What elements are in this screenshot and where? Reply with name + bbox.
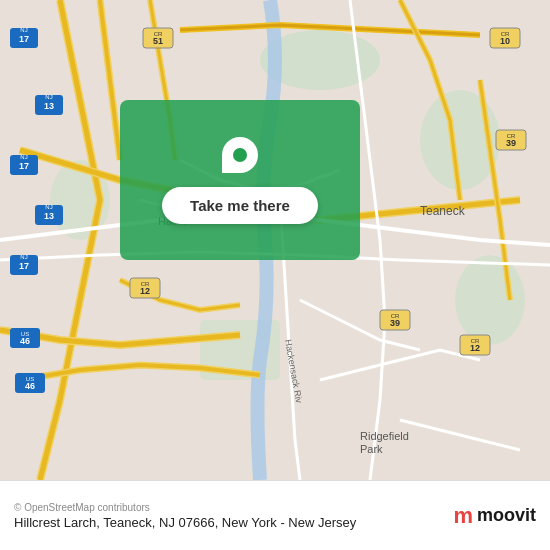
svg-text:46: 46 xyxy=(20,336,30,346)
bottom-info: © OpenStreetMap contributors Hillcrest L… xyxy=(14,502,356,530)
svg-text:12: 12 xyxy=(140,286,150,296)
copyright-text: © OpenStreetMap contributors xyxy=(14,502,356,513)
map-container: 17 NJ 17 NJ CR 51 CR 10 13 NJ 17 NJ CR 1… xyxy=(0,0,550,480)
location-pin-wrapper xyxy=(215,129,266,180)
svg-text:39: 39 xyxy=(390,318,400,328)
map-overlay: Take me there xyxy=(120,100,360,260)
svg-text:10: 10 xyxy=(500,36,510,46)
svg-text:Park: Park xyxy=(360,443,383,455)
svg-text:NJ: NJ xyxy=(45,204,52,210)
bottom-bar: © OpenStreetMap contributors Hillcrest L… xyxy=(0,480,550,550)
svg-text:NJ: NJ xyxy=(20,27,27,33)
svg-text:NJ: NJ xyxy=(45,94,52,100)
svg-text:46: 46 xyxy=(25,381,35,391)
location-pin-icon xyxy=(222,137,258,173)
svg-text:17: 17 xyxy=(19,34,29,44)
svg-text:17: 17 xyxy=(19,261,29,271)
svg-text:17: 17 xyxy=(19,161,29,171)
svg-text:12: 12 xyxy=(470,343,480,353)
svg-text:13: 13 xyxy=(44,101,54,111)
svg-text:39: 39 xyxy=(506,138,516,148)
take-me-there-button[interactable]: Take me there xyxy=(162,187,318,224)
moovit-logo: m moovit xyxy=(453,503,536,529)
svg-text:NJ: NJ xyxy=(20,254,27,260)
moovit-m-icon: m xyxy=(453,503,473,529)
svg-text:NJ: NJ xyxy=(20,154,27,160)
svg-text:Ridgefield: Ridgefield xyxy=(360,430,409,442)
svg-point-3 xyxy=(455,255,525,345)
svg-text:13: 13 xyxy=(44,211,54,221)
address-text: Hillcrest Larch, Teaneck, NJ 07666, New … xyxy=(14,515,356,530)
svg-text:51: 51 xyxy=(153,36,163,46)
moovit-logo-text: moovit xyxy=(477,505,536,526)
svg-text:Teaneck: Teaneck xyxy=(420,204,466,218)
